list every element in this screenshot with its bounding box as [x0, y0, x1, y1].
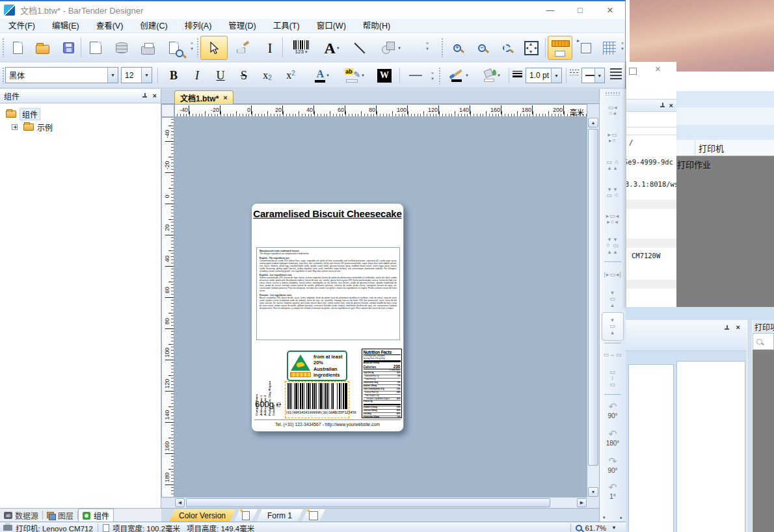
toggle-grid-button[interactable]: [597, 36, 622, 60]
rotate-right-90-button[interactable]: ↷90°: [602, 451, 624, 479]
menu-tools[interactable]: 工具(T): [265, 19, 308, 33]
toolbar-overflow[interactable]: »▾: [619, 41, 626, 52]
tab-form-1[interactable]: Form 1: [256, 509, 303, 522]
pin-icon[interactable]: [724, 325, 730, 331]
dropdown-arrow-icon[interactable]: ▾: [466, 73, 468, 78]
toolbar-grip[interactable]: [438, 67, 441, 84]
toolbar-grip[interactable]: [605, 92, 621, 96]
panel-close-icon[interactable]: ×: [736, 324, 740, 331]
tab-close-icon[interactable]: ×: [223, 94, 227, 101]
tab-data-sources[interactable]: ab数据源: [0, 509, 42, 522]
australian-made-logo[interactable]: from at least20% Australianingredients: [287, 351, 347, 381]
zoom-in-button[interactable]: +: [445, 36, 470, 60]
menu-edit[interactable]: 编辑(E): [44, 19, 88, 33]
ingredients-text-object[interactable]: Manufactured under trademark licence. Th…: [256, 247, 400, 340]
close-button[interactable]: ×: [600, 5, 620, 16]
barcode-object-selected[interactable]: (01)00614141999996(10)10ABCEDF123456: [285, 381, 349, 418]
horizontal-ruler[interactable]: 毫米 -40-20020406080100120140160180200: [174, 104, 587, 117]
scroll-left-button[interactable]: ◀: [175, 498, 185, 507]
minimize-button[interactable]: —: [540, 5, 560, 16]
page-setup-button[interactable]: [83, 36, 108, 60]
scroll-right-button[interactable]: ▶: [577, 498, 587, 507]
horizontal-scroll-thumb[interactable]: [186, 498, 550, 507]
align-left-button[interactable]: ▭◂○◂: [602, 97, 624, 124]
create-text-button[interactable]: A▾: [319, 36, 345, 60]
nutrition-facts-object[interactable]: Nutrition Facts 8 Servings per Container…: [362, 349, 402, 418]
expand-icon[interactable]: [12, 124, 18, 130]
toolbar-scroll-indicators[interactable]: ▾▸: [600, 515, 626, 520]
fill-color-button[interactable]: ▾: [476, 66, 506, 85]
horizontal-scrollbar[interactable]: ◀ ▶: [174, 498, 587, 508]
database-setup-button[interactable]: [109, 36, 134, 60]
dropdown-arrow-icon[interactable]: ▾: [327, 73, 329, 78]
zoom-region-button[interactable]: [494, 36, 519, 60]
font-size-select[interactable]: 12 ▼: [121, 67, 152, 83]
dropdown-arrow-icon[interactable]: ▼: [107, 68, 118, 83]
rotate-left-90-button[interactable]: ↶90°: [602, 397, 624, 424]
tab-color-version[interactable]: Color Version: [169, 509, 235, 522]
italic-button[interactable]: I: [186, 66, 208, 85]
horizontal-line-button[interactable]: [405, 66, 427, 85]
wordart-button[interactable]: W: [373, 66, 395, 85]
tree-item-samples[interactable]: 示例: [3, 120, 158, 133]
label-title-object[interactable]: Caramelised Biscuit Cheesecake: [252, 208, 403, 219]
menu-manage[interactable]: 管理(D): [220, 19, 264, 33]
toolbar-overflow[interactable]: »▾: [429, 71, 436, 82]
center-vertically-in-template-button[interactable]: ▾▭▴: [602, 286, 624, 312]
toolbar-grip[interactable]: [196, 38, 199, 57]
line-style-select[interactable]: ▼: [581, 68, 605, 83]
space-vertically-button[interactable]: ▭↕▭: [602, 365, 624, 392]
create-barcode-button[interactable]: 123▾: [286, 36, 316, 60]
toolbar-overflow[interactable]: »▾: [424, 41, 431, 52]
net-weight-object[interactable]: 600g ℮: [255, 399, 281, 409]
font-color-button[interactable]: A ▾: [308, 66, 336, 85]
label-footer-object[interactable]: Tel. (+31) 122-3434567 - http://www.your…: [252, 422, 403, 427]
open-document-button[interactable]: [30, 36, 55, 60]
vertical-scrollbar[interactable]: ▲ ▼: [587, 117, 599, 498]
zoom-out-button[interactable]: −: [470, 36, 494, 60]
menu-help[interactable]: 帮助(H): [354, 19, 399, 33]
pin-icon[interactable]: [142, 93, 148, 99]
document-tab[interactable]: 文档1.btw* ×: [174, 90, 234, 104]
zoom-dropdown-arrow-icon[interactable]: ▼: [611, 525, 617, 531]
panel-close-icon[interactable]: ×: [153, 92, 157, 100]
font-family-select[interactable]: 黑体 ▼: [5, 67, 118, 83]
scroll-up-button[interactable]: ▲: [588, 118, 598, 127]
align-bottom-button[interactable]: ▾ ▾▭ ○: [602, 179, 624, 206]
maximize-icon[interactable]: [629, 68, 637, 75]
toggle-rulers-button[interactable]: [548, 36, 572, 60]
underline-button[interactable]: U: [209, 66, 232, 85]
tree-item-components[interactable]: 组件: [3, 107, 158, 120]
scroll-down-button[interactable]: ▼: [588, 487, 598, 497]
align-right-button[interactable]: ▸▭▸○: [602, 124, 624, 152]
align-center-horizontal-axis-button[interactable]: ▾ ▾○ ▭▴ ▴: [602, 232, 624, 259]
bold-button[interactable]: B: [163, 66, 185, 85]
print-button[interactable]: [135, 36, 160, 60]
design-canvas[interactable]: Caramelised Biscuit Cheesecake Manufactu…: [174, 117, 587, 498]
menu-view[interactable]: 查看(V): [88, 19, 132, 33]
maximize-button[interactable]: □: [570, 5, 590, 16]
text-cursor-tool-button[interactable]: I: [258, 36, 282, 60]
format-painter-button[interactable]: [230, 36, 255, 60]
toolbar-overflow[interactable]: »▾: [189, 41, 195, 52]
print-preview-button[interactable]: [161, 36, 186, 60]
object-boundaries-button[interactable]: [574, 36, 598, 60]
create-shape-button[interactable]: ▾: [375, 36, 406, 60]
align-top-button[interactable]: ▭ ○▴ ▴: [602, 152, 624, 179]
line-weight-select[interactable]: 1.0 pt ▼: [526, 68, 562, 83]
space-horizontally-button[interactable]: ▭↔▭: [602, 345, 624, 365]
select-tool-button[interactable]: [200, 36, 228, 60]
toolbar-grip[interactable]: [2, 67, 5, 84]
tab-components[interactable]: 组件: [78, 509, 114, 522]
search-field[interactable]: [753, 333, 774, 350]
save-button[interactable]: [56, 36, 81, 60]
add-form-tab[interactable]: [302, 509, 325, 522]
tab-layers[interactable]: 图层: [43, 509, 77, 522]
rotate-1-button[interactable]: ↶1°: [602, 479, 624, 503]
rotate-180-button[interactable]: ↶180°: [602, 424, 624, 451]
center-horizontally-in-template-button[interactable]: |▸▭◂|: [602, 264, 624, 286]
add-template-tab[interactable]: [234, 509, 258, 522]
menu-arrange[interactable]: 排列(A): [176, 19, 220, 33]
printer-column-header[interactable]: 打印机: [676, 140, 774, 156]
dropdown-arrow-icon[interactable]: ▾: [498, 73, 500, 78]
